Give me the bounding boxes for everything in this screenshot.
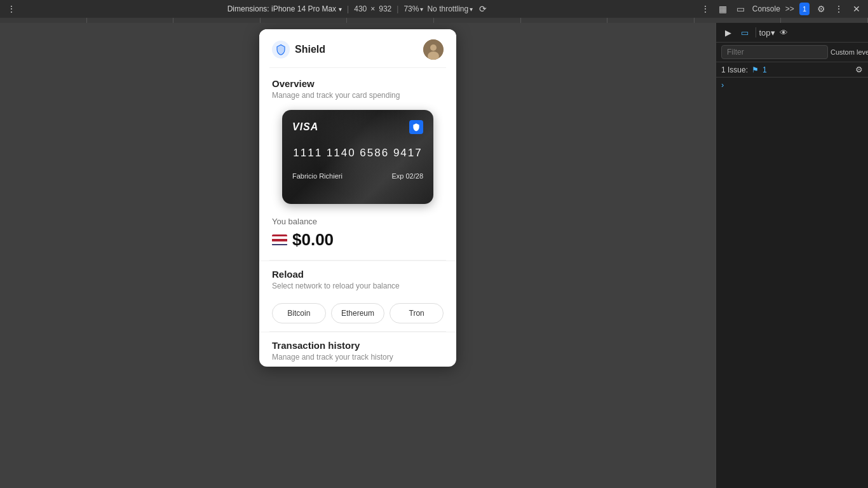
- ruler-segment: [261, 18, 348, 23]
- custom-levels-button[interactable]: Custom levels ▾: [831, 48, 868, 57]
- ruler-segment: [347, 18, 434, 23]
- bitcoin-button[interactable]: Bitcoin: [272, 303, 326, 323]
- top-bar-left: ⋮: [5, 3, 18, 15]
- balance-row: $0.00: [272, 230, 444, 250]
- us-flag-icon: [272, 234, 287, 246]
- dimensions-selector[interactable]: Dimensions: iPhone 14 Pro Max ▾: [227, 4, 342, 13]
- kebab-icon[interactable]: ⋮: [832, 3, 845, 15]
- custom-levels-label: Custom levels: [831, 48, 868, 56]
- credit-card[interactable]: VISA 1111 1140 6586 9417 Fabricio Richie…: [282, 110, 433, 204]
- issues-gear-icon[interactable]: ⚙: [855, 65, 863, 74]
- ruler-segment: [0, 18, 87, 23]
- menu-icon[interactable]: ⋮: [5, 3, 18, 15]
- zoom-selector[interactable]: 73% ▾: [403, 4, 423, 13]
- throttle-chevron: ▾: [470, 6, 473, 13]
- rotate-icon[interactable]: ⟳: [477, 3, 489, 15]
- more-tabs-icon[interactable]: >>: [785, 4, 794, 13]
- card-container: VISA 1111 1140 6586 9417 Fabricio Richie…: [259, 105, 456, 212]
- card-holder-name: Fabricio Richieri: [292, 172, 342, 180]
- top-dropdown[interactable]: top ▾: [760, 25, 774, 39]
- card-shield-icon: [409, 120, 423, 134]
- network-buttons: Bitcoin Ethereum Tron: [259, 303, 456, 331]
- app-header-left: Shield: [272, 41, 325, 58]
- card-expiry: Exp 02/28: [391, 172, 423, 180]
- transaction-section: Transaction history Manage and track you…: [259, 332, 456, 367]
- top-bar-right: ⋮ ▦ ▭ Console >> 1 ⚙ ⋮ ✕: [699, 3, 863, 15]
- top-bar: ⋮ Dimensions: iPhone 14 Pro Max ▾ | 430 …: [0, 0, 868, 18]
- avatar-image: [423, 39, 444, 60]
- shield-small-icon: [412, 123, 421, 132]
- inspect-icon[interactable]: ▦: [717, 3, 729, 15]
- svg-point-1: [430, 44, 437, 51]
- balance-section: You balance $0.00: [259, 212, 456, 260]
- ruler-segment: [521, 18, 608, 23]
- width-value: 430: [354, 4, 367, 13]
- balance-label: You balance: [272, 217, 444, 226]
- devtools-content: [716, 92, 868, 488]
- exp-value: 02/28: [405, 172, 423, 180]
- overview-subtitle: Manage and track your card spending: [272, 91, 444, 100]
- close-icon[interactable]: ✕: [850, 3, 863, 15]
- balance-amount: $0.00: [292, 230, 334, 250]
- expand-chevron[interactable]: ›: [716, 78, 868, 92]
- issues-badge[interactable]: 1: [799, 3, 810, 15]
- top-chevron: ▾: [771, 28, 775, 37]
- height-value: 932: [379, 4, 391, 13]
- separator-2: |: [397, 4, 398, 13]
- ruler-segment: [695, 18, 782, 23]
- devtools-panel: ▶ ▭ top ▾ 👁 Custom levels ▾ 1 Issue: ⚑ 1…: [715, 23, 868, 488]
- main-area: Shield Overview Manage and track your ca…: [0, 23, 868, 488]
- card-top: VISA: [292, 120, 423, 134]
- x-label: ×: [370, 4, 375, 13]
- ruler: [0, 18, 868, 23]
- device-icon[interactable]: ▭: [738, 25, 752, 39]
- cursor-icon[interactable]: ▶: [721, 25, 735, 39]
- filter-input[interactable]: [721, 45, 828, 59]
- overview-title: Overview: [272, 78, 444, 89]
- browser-viewport: Shield Overview Manage and track your ca…: [0, 23, 715, 488]
- eye-icon[interactable]: 👁: [776, 25, 790, 39]
- shield-icon-wrap: [272, 41, 290, 58]
- zoom-chevron: ▾: [420, 6, 423, 13]
- dock-icon[interactable]: ▭: [735, 3, 747, 15]
- ruler-segment: [607, 18, 695, 23]
- toolbar-separator: [756, 27, 756, 37]
- ruler-segment: [87, 18, 174, 23]
- shield-icon: [275, 44, 287, 55]
- ruler-segment: [173, 18, 261, 23]
- exp-label: Exp: [391, 172, 403, 180]
- mobile-frame: Shield Overview Manage and track your ca…: [259, 29, 456, 367]
- reload-section: Reload Select network to reload your bal…: [259, 261, 456, 303]
- overview-section: Overview Manage and track your card spen…: [259, 68, 456, 105]
- throttle-selector[interactable]: No throttling ▾: [427, 4, 473, 13]
- devtools-toolbar: ▶ ▭ top ▾ 👁: [716, 23, 868, 43]
- ruler-segment: [781, 18, 868, 23]
- reload-title: Reload: [272, 269, 444, 280]
- dimensions-label: Dimensions: iPhone 14 Pro Max: [227, 4, 336, 13]
- ethereum-button[interactable]: Ethereum: [331, 303, 385, 323]
- top-bar-center: Dimensions: iPhone 14 Pro Max ▾ | 430 × …: [227, 3, 489, 15]
- more-options-icon[interactable]: ⋮: [699, 3, 712, 15]
- app-title: Shield: [295, 44, 325, 55]
- issues-text: 1 Issue:: [721, 65, 748, 74]
- app-header: Shield: [259, 29, 456, 67]
- console-tab-label[interactable]: Console: [752, 4, 780, 13]
- settings-icon[interactable]: ⚙: [815, 3, 827, 15]
- card-number: 1111 1140 6586 9417: [292, 147, 423, 159]
- zoom-value: 73%: [403, 4, 419, 13]
- card-network: VISA: [292, 121, 318, 133]
- card-bottom: Fabricio Richieri Exp 02/28: [292, 172, 423, 180]
- reload-subtitle: Select network to reload your balance: [272, 281, 444, 290]
- tx-subtitle: Manage and track your track history: [272, 353, 444, 362]
- top-label: top: [759, 28, 770, 37]
- dimensions-chevron: ▾: [339, 6, 342, 13]
- separator-1: |: [347, 4, 349, 13]
- throttle-value: No throttling: [427, 4, 468, 13]
- avatar[interactable]: [423, 39, 444, 60]
- flag-icon-small: ⚑: [752, 65, 759, 74]
- ruler-segment: [434, 18, 521, 23]
- issues-bar: 1 Issue: ⚑ 1 ⚙: [716, 62, 868, 78]
- filter-row: Custom levels ▾: [716, 43, 868, 62]
- flag-blue: [272, 244, 287, 245]
- tron-button[interactable]: Tron: [390, 303, 444, 323]
